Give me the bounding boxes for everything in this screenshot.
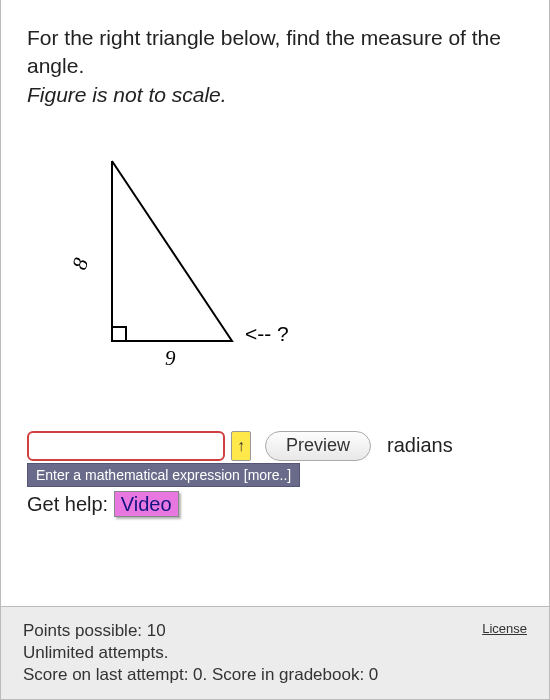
answer-input[interactable] [27, 431, 225, 461]
answer-row: ↑ Preview radians [27, 431, 523, 461]
figure-note: Figure is not to scale. [27, 83, 523, 107]
license-link[interactable]: License [482, 621, 527, 636]
help-row: Get help: Video [27, 493, 523, 516]
footer: License Points possible: 10 Unlimited at… [1, 606, 549, 699]
video-link[interactable]: Video [114, 491, 179, 517]
question-area: For the right triangle below, find the m… [1, 0, 549, 606]
points-possible: Points possible: 10 [23, 621, 527, 641]
triangle-figure: 8 9 <-- ? [27, 131, 347, 401]
side-horizontal-label: 9 [165, 346, 176, 370]
triangle-svg: 8 9 <-- ? [27, 131, 347, 401]
submit-arrow-button[interactable]: ↑ [231, 431, 251, 461]
question-prompt: For the right triangle below, find the m… [27, 24, 523, 81]
help-label: Get help: [27, 493, 108, 515]
angle-marker: <-- ? [245, 322, 289, 345]
score-info: Score on last attempt: 0. Score in grade… [23, 665, 527, 685]
side-vertical-label: 8 [67, 254, 93, 272]
svg-rect-0 [112, 327, 126, 341]
unit-label: radians [387, 434, 453, 457]
question-container: For the right triangle below, find the m… [0, 0, 550, 700]
preview-button[interactable]: Preview [265, 431, 371, 461]
tooltip-row: Enter a mathematical expression [more..] [27, 461, 523, 487]
arrow-up-icon: ↑ [237, 437, 245, 455]
attempts-info: Unlimited attempts. [23, 643, 527, 663]
input-tooltip[interactable]: Enter a mathematical expression [more..] [27, 463, 300, 487]
